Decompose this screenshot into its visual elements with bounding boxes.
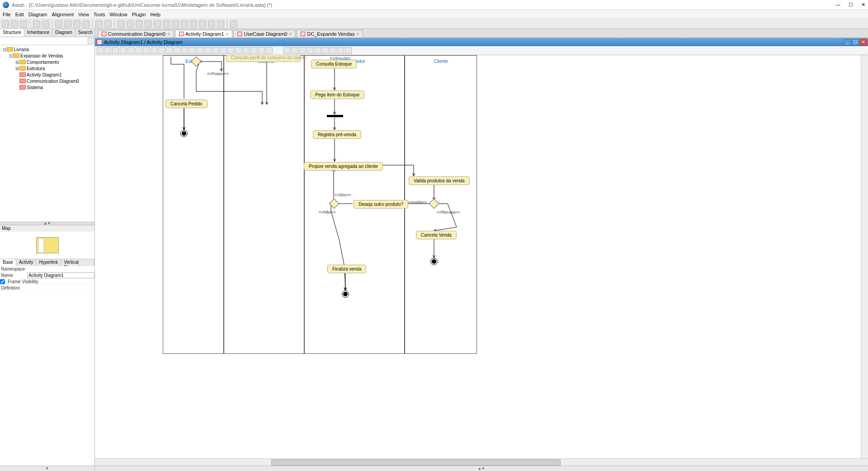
- zoom-in-icon[interactable]: [73, 20, 80, 28]
- doc-tab[interactable]: DC_Expande Vendas×: [297, 30, 363, 38]
- menu-view[interactable]: View: [78, 12, 89, 17]
- close-tab-icon[interactable]: ×: [356, 32, 359, 37]
- select-tool-icon[interactable]: [97, 47, 104, 54]
- lane-v-icon[interactable]: [345, 47, 352, 54]
- inner-maximize-button[interactable]: ☐: [852, 39, 859, 45]
- activity-registra[interactable]: Registra pré-venda: [313, 130, 361, 139]
- object-flow-icon[interactable]: [181, 47, 188, 54]
- menu-diagram[interactable]: Diagram: [28, 12, 47, 17]
- tree-item[interactable]: Estrutura: [27, 66, 45, 71]
- expand-icon[interactable]: ⊟: [2, 47, 7, 52]
- snap-icon[interactable]: [299, 47, 306, 54]
- note-anchor-icon[interactable]: [235, 47, 242, 54]
- filter-input[interactable]: [0, 37, 87, 45]
- ungroup-icon[interactable]: [217, 20, 224, 28]
- flow-final-icon[interactable]: [135, 47, 142, 54]
- open-icon[interactable]: [11, 20, 18, 28]
- hand-tool-icon[interactable]: [283, 47, 290, 54]
- activity-consulta-top[interactable]: Consulta perfil de consumo do cliente: [226, 55, 301, 62]
- note-icon[interactable]: [227, 47, 234, 54]
- maximize-button[interactable]: ☐: [849, 2, 853, 8]
- end-node-estoque[interactable]: [180, 130, 188, 137]
- ptab-hyperlink[interactable]: Hyperlink: [36, 259, 61, 266]
- close-tab-icon[interactable]: ×: [167, 32, 170, 37]
- close-tab-icon[interactable]: ×: [289, 32, 292, 37]
- scrollbar-thumb[interactable]: [271, 459, 561, 466]
- activity-valida[interactable]: Valida produtos da venda: [409, 176, 470, 185]
- align-top-icon[interactable]: [145, 20, 152, 28]
- align-center-icon[interactable]: [127, 20, 134, 28]
- swimlane-cliente[interactable]: [405, 55, 477, 354]
- rect-icon[interactable]: [250, 47, 257, 54]
- distribute-v-icon[interactable]: [181, 20, 188, 28]
- diagram-canvas[interactable]: Estoque Sistema Vendedor Cliente ForkNod…: [95, 55, 669, 367]
- doc-tab[interactable]: UseCase Diagram0×: [233, 30, 296, 38]
- activity-cancela-pedido[interactable]: Cancela Pedido: [165, 100, 208, 108]
- connector-icon[interactable]: [220, 47, 226, 54]
- fit-icon[interactable]: [330, 47, 336, 54]
- tab-search[interactable]: Search: [75, 29, 96, 37]
- export-icon[interactable]: [322, 47, 329, 54]
- tree-separator[interactable]: ▲▼: [0, 221, 94, 225]
- menu-file[interactable]: File: [3, 12, 11, 17]
- activity-finaliza[interactable]: Finaliza venda: [327, 265, 366, 273]
- back-icon[interactable]: [95, 20, 103, 28]
- redo-icon[interactable]: [42, 20, 49, 28]
- align-bottom-icon[interactable]: [163, 20, 170, 28]
- zoom-fit-icon[interactable]: [55, 20, 62, 28]
- align-middle-icon[interactable]: [154, 20, 161, 28]
- grid-icon[interactable]: [291, 47, 298, 54]
- join-node-icon[interactable]: [166, 47, 173, 54]
- same-width-icon[interactable]: [190, 20, 197, 28]
- final-node-icon[interactable]: [127, 47, 134, 54]
- menu-tools[interactable]: Tools: [94, 12, 105, 17]
- menu-edit[interactable]: Edit: [15, 12, 24, 17]
- image-icon[interactable]: [266, 47, 273, 54]
- pin-icon[interactable]: [204, 47, 211, 54]
- end-node-cliente[interactable]: [430, 258, 438, 265]
- text-icon[interactable]: [243, 47, 250, 54]
- tab-inheritance[interactable]: Inheritance: [24, 29, 52, 37]
- frame-visibility-checkbox[interactable]: [0, 279, 5, 284]
- swimlane-sistema[interactable]: [224, 55, 304, 354]
- end-node-vendedor[interactable]: [342, 290, 349, 298]
- menu-help[interactable]: Help: [150, 12, 160, 17]
- decision-node-icon[interactable]: [143, 47, 150, 54]
- color-icon[interactable]: [230, 20, 237, 28]
- minimap-thumb[interactable]: [36, 237, 59, 253]
- send-signal-icon[interactable]: [189, 47, 196, 54]
- close-tab-icon[interactable]: ×: [226, 32, 229, 37]
- expand-icon[interactable]: ⊟: [8, 53, 13, 58]
- activity-pega-item[interactable]: Pega item do Estoque: [310, 90, 364, 99]
- tree-item[interactable]: Activity Diagram1: [27, 72, 62, 77]
- join-bar[interactable]: [327, 115, 343, 117]
- tab-diagram[interactable]: Diagram: [52, 29, 75, 37]
- activity-consulta-estoque[interactable]: Consulta Estoque: [311, 60, 357, 68]
- prop-name-input[interactable]: Activity Diagram1: [27, 272, 94, 278]
- object-node-icon[interactable]: [212, 47, 219, 54]
- distribute-h-icon[interactable]: [172, 20, 179, 28]
- line-icon[interactable]: [258, 47, 265, 54]
- menu-alignment[interactable]: Alignment: [52, 12, 74, 17]
- tree-root[interactable]: Livraria: [14, 47, 29, 52]
- expand-icon[interactable]: ⊞: [14, 66, 19, 71]
- activity-cancela-venda[interactable]: Cancela Venda: [416, 231, 457, 239]
- activity-propoe[interactable]: Propoe venda agregada ao cliente: [304, 162, 383, 171]
- inner-minimize-button[interactable]: _: [844, 39, 851, 45]
- align-left-icon[interactable]: [118, 20, 125, 28]
- fork-node-icon[interactable]: [158, 47, 165, 54]
- activity-deseja[interactable]: Deseja outro produto?: [354, 200, 408, 209]
- forward-icon[interactable]: [104, 20, 112, 28]
- zoom-out-icon[interactable]: [64, 20, 71, 28]
- same-height-icon[interactable]: [199, 20, 206, 28]
- tree-item[interactable]: Sistema: [27, 85, 43, 90]
- expand-icon[interactable]: ⊞: [14, 60, 19, 65]
- accept-event-icon[interactable]: [197, 47, 203, 54]
- layout-icon[interactable]: [314, 47, 321, 54]
- close-button[interactable]: ✕: [861, 2, 865, 8]
- partition-tool-icon[interactable]: [104, 47, 111, 54]
- initial-node-icon[interactable]: [120, 47, 127, 54]
- ptab-vertical[interactable]: Vertical Dimension: [61, 259, 94, 266]
- minimize-button[interactable]: —: [835, 2, 840, 8]
- tree-item[interactable]: Communication Diagram0: [27, 79, 79, 84]
